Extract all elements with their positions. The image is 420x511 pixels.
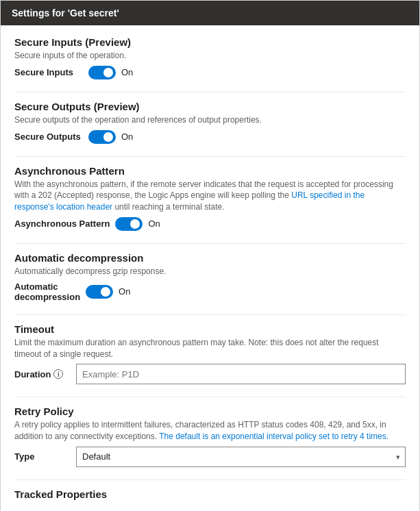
retry-type-label: Type [14,451,69,462]
divider-1 [14,92,406,92]
secure-outputs-toggle[interactable] [88,130,116,144]
async-pattern-label: Asynchronous Pattern [14,219,110,229]
tracked-props-title: Tracked Properties [14,488,406,500]
auto-decomp-track [86,285,113,299]
tracked-props-section: Tracked Properties Properties [14,488,406,505]
retry-policy-section: Retry Policy A retry policy applies to i… [14,406,406,467]
timeout-section: Timeout Limit the maximum duration an as… [14,323,406,385]
retry-default-link: The default is an exponential interval p… [159,432,388,441]
timeout-title: Timeout [14,323,406,335]
retry-policy-title: Retry Policy [14,406,406,417]
secure-inputs-track [88,66,116,79]
secure-outputs-track [88,130,116,144]
secure-outputs-label: Secure Outputs [14,132,83,142]
auto-decomp-label: Automatic decompression [14,282,80,302]
auto-decomp-desc: Automatically decompress gzip response. [14,266,406,277]
auto-decomp-thumb [101,287,110,297]
duration-info-icon[interactable]: i [53,369,63,379]
dialog-body: Secure Inputs (Preview) Secure inputs of… [1,25,419,505]
auto-decomp-title: Automatic decompression [14,252,406,264]
async-pattern-section: Asynchronous Pattern With the asynchrono… [14,165,406,231]
duration-label-text: Duration [14,369,51,379]
dialog-header: Settings for 'Get secret' [1,1,419,25]
async-pattern-toggle[interactable] [115,217,143,231]
secure-inputs-section: Secure Inputs (Preview) Secure inputs of… [14,36,406,79]
async-pattern-desc: With the asynchronous pattern, if the re… [14,179,406,213]
async-url-link: URL specified in the response's location… [14,190,365,212]
dialog-title: Settings for 'Get secret' [12,8,119,18]
async-pattern-state: On [148,219,160,229]
async-pattern-track [115,217,143,231]
auto-decomp-state: On [119,286,130,297]
auto-decomp-toggle-row: Automatic decompression On [14,282,406,302]
secure-inputs-toggle[interactable] [88,66,116,79]
secure-outputs-section: Secure Outputs (Preview) Secure outputs … [14,101,406,144]
secure-outputs-desc: Secure outputs of the operation and refe… [14,114,406,126]
secure-inputs-thumb [103,68,113,77]
settings-dialog: Settings for 'Get secret' Secure Inputs … [0,0,420,511]
retry-type-wrapper: Default None Fixed interval Exponential … [76,447,406,467]
auto-decomp-label-line1: Automatic [14,282,58,292]
duration-input[interactable] [76,364,406,384]
retry-type-row: Type Default None Fixed interval Exponen… [14,447,406,467]
secure-inputs-toggle-row: Secure Inputs On [14,66,406,79]
retry-policy-desc: A retry policy applies to intermittent f… [14,419,406,443]
divider-3 [14,243,406,244]
timeout-desc: Limit the maximum duration an asynchrono… [14,337,406,360]
divider-5 [14,397,406,397]
dialog-footer: Done Cancel [1,505,419,511]
retry-type-select[interactable]: Default None Fixed interval Exponential … [76,447,406,467]
secure-outputs-thumb [103,132,113,142]
divider-4 [14,314,406,315]
auto-decomp-label-line2: decompression [14,292,80,302]
timeout-field-row: Duration i [14,364,406,384]
secure-outputs-state: On [121,132,133,142]
duration-label: Duration i [14,369,69,379]
divider-2 [14,156,406,157]
auto-decomp-toggle[interactable] [86,285,113,299]
secure-inputs-label: Secure Inputs [14,67,83,77]
secure-inputs-title: Secure Inputs (Preview) [14,36,406,48]
async-pattern-thumb [130,219,140,229]
secure-outputs-title: Secure Outputs (Preview) [14,101,406,112]
divider-6 [14,479,406,480]
async-pattern-toggle-row: Asynchronous Pattern On [14,217,406,231]
secure-outputs-toggle-row: Secure Outputs On [14,130,406,144]
auto-decomp-section: Automatic decompression Automatically de… [14,252,406,302]
secure-inputs-state: On [121,67,133,77]
secure-inputs-desc: Secure inputs of the operation. [14,50,406,62]
async-pattern-title: Asynchronous Pattern [14,165,406,177]
